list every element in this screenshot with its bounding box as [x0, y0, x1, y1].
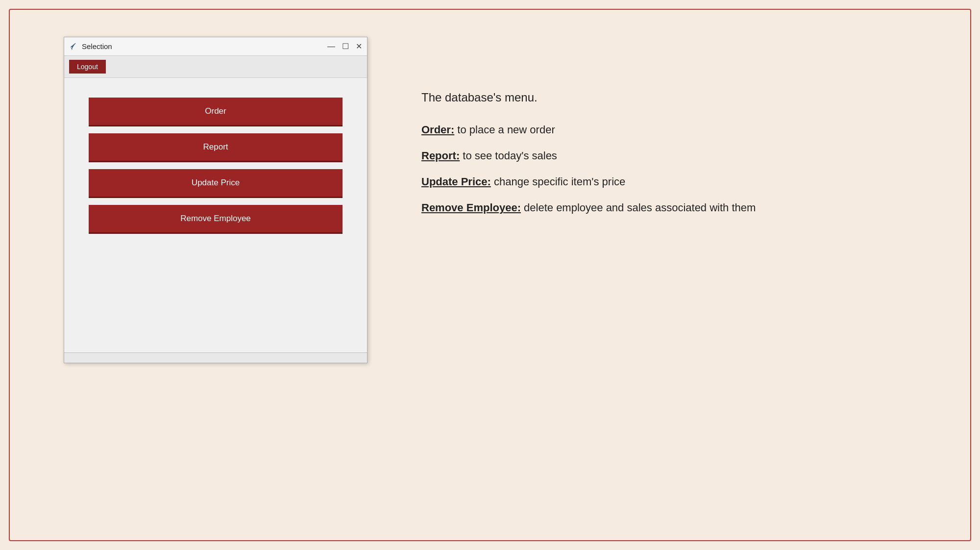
description-panel: The database's menu. Order: to place a n…	[421, 88, 941, 225]
order-label: Order:	[421, 124, 454, 136]
desc-item-report: Report: to see today's sales	[421, 148, 941, 164]
window-title: Selection	[82, 42, 112, 50]
window-content: Order Report Update Price Remove Employe…	[64, 78, 367, 352]
remove-employee-label: Remove Employee:	[421, 201, 521, 214]
minimize-button[interactable]: —	[327, 43, 335, 50]
desc-item-order: Order: to place a new order	[421, 122, 941, 138]
desc-item-remove-employee: Remove Employee: delete employee and sal…	[421, 200, 941, 216]
update-price-button[interactable]: Update Price	[89, 169, 343, 198]
window-titlebar: Selection — ☐ ✕	[64, 37, 367, 56]
logout-button[interactable]: Logout	[69, 60, 106, 74]
window-controls: — ☐ ✕	[327, 43, 362, 50]
quill-icon	[69, 42, 78, 51]
window-footer	[64, 352, 367, 363]
update-price-label: Update Price:	[421, 175, 491, 188]
remove-employee-text: delete employee and sales associated wit…	[521, 201, 756, 214]
selection-window: Selection — ☐ ✕ Logout Order Report Upda…	[64, 37, 368, 363]
report-text: to see today's sales	[460, 150, 557, 162]
desc-item-update-price: Update Price: change specific item's pri…	[421, 174, 941, 190]
order-button[interactable]: Order	[89, 98, 343, 126]
description-intro: The database's menu.	[421, 88, 941, 107]
order-text: to place a new order	[454, 124, 555, 136]
close-button[interactable]: ✕	[356, 43, 362, 50]
maximize-button[interactable]: ☐	[342, 43, 349, 50]
update-price-text: change specific item's price	[491, 175, 625, 188]
remove-employee-button[interactable]: Remove Employee	[89, 205, 343, 234]
report-button[interactable]: Report	[89, 133, 343, 162]
window-title-left: Selection	[69, 42, 112, 51]
report-label: Report:	[421, 150, 460, 162]
window-toolbar: Logout	[64, 56, 367, 78]
